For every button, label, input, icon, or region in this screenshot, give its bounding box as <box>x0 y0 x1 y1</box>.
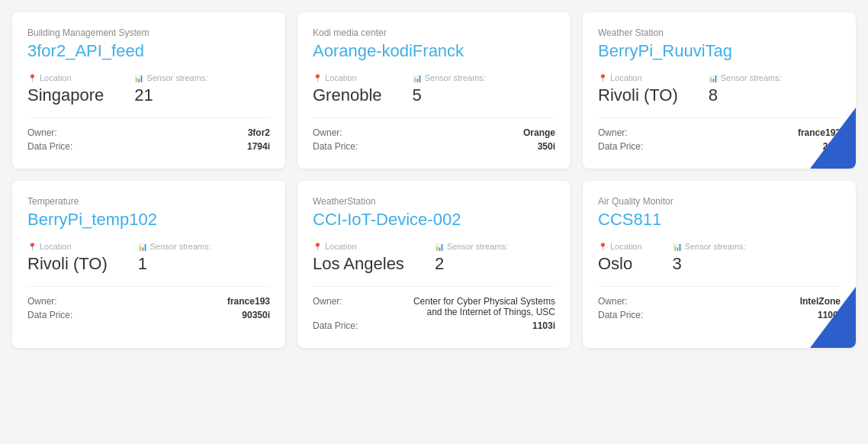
card-meta: Owner: IntelZone Data Price: 1100i <box>598 286 841 322</box>
card-meta: Owner: Orange Data Price: 350i <box>313 117 555 153</box>
sensor-label: 📊 Sensor streams: <box>673 242 746 251</box>
sensor-value: 1 <box>138 254 211 274</box>
price-row: Data Price: 350i <box>313 140 555 153</box>
location-stat: 📍 Location Los Angeles <box>313 242 404 274</box>
device-card[interactable]: Temperature BerryPi_temp102 📍 Location R… <box>12 181 285 348</box>
card-title[interactable]: CCI-IoT-Device-002 <box>313 210 555 230</box>
card-stats: 📍 Location Grenoble 📊 Sensor streams: 5 <box>313 73 555 105</box>
location-value: Los Angeles <box>313 254 404 274</box>
cards-grid: Building Management System 3for2_API_fee… <box>12 12 856 348</box>
location-icon: 📍 <box>313 243 322 251</box>
location-label: 📍 Location <box>313 73 382 82</box>
location-stat: 📍 Location Oslo <box>598 242 642 274</box>
device-card[interactable]: Weather Station BerryPi_RuuviTag 📍 Locat… <box>583 12 856 169</box>
sensor-icon: 📊 <box>435 243 444 251</box>
card-meta: Owner: Center for Cyber Physical Systems… <box>313 286 555 333</box>
card-title[interactable]: CCS811 <box>598 210 841 230</box>
location-label: 📍 Location <box>313 242 404 251</box>
card-category: WeatherStation <box>313 196 555 207</box>
price-row: Data Price: 1100i <box>598 308 841 322</box>
location-label: 📍 Location <box>27 242 108 251</box>
card-category: Building Management System <box>27 27 270 38</box>
price-row: Data Price: 295i <box>598 140 841 153</box>
location-value: Rivoli (TO) <box>27 254 108 274</box>
sensor-icon: 📊 <box>413 74 422 82</box>
price-value: 350i <box>538 141 555 152</box>
card-stats: 📍 Location Singapore 📊 Sensor streams: 2… <box>27 73 270 105</box>
location-value: Singapore <box>27 85 104 105</box>
price-label: Data Price: <box>27 141 72 152</box>
card-category: Kodi media center <box>313 27 555 38</box>
device-card[interactable]: Air Quality Monitor CCS811 📍 Location Os… <box>583 181 856 348</box>
sensor-value: 21 <box>134 85 207 105</box>
sensor-label: 📊 Sensor streams: <box>138 242 211 251</box>
sensor-label: 📊 Sensor streams: <box>134 73 207 82</box>
owner-label: Owner: <box>598 127 628 138</box>
card-title[interactable]: Aorange-kodiFranck <box>313 41 555 61</box>
price-row: Data Price: 1103i <box>313 319 555 333</box>
price-label: Data Price: <box>313 141 358 152</box>
owner-row: Owner: IntelZone <box>598 294 841 308</box>
location-icon: 📍 <box>27 243 37 251</box>
sensor-label: 📊 Sensor streams: <box>435 242 508 251</box>
location-label: 📍 Location <box>598 73 678 82</box>
sensor-icon: 📊 <box>673 243 682 251</box>
sensor-stat: 📊 Sensor streams: 8 <box>709 73 782 105</box>
location-icon: 📍 <box>598 243 607 251</box>
card-stats: 📍 Location Oslo 📊 Sensor streams: 3 <box>598 242 841 274</box>
card-stats: 📍 Location Rivoli (TO) 📊 Sensor streams:… <box>27 242 270 274</box>
owner-label: Owner: <box>313 127 342 138</box>
sensor-stat: 📊 Sensor streams: 21 <box>134 73 207 105</box>
owner-value: IntelZone <box>800 296 841 307</box>
card-title[interactable]: 3for2_API_feed <box>27 41 270 61</box>
owner-label: Owner: <box>313 296 342 317</box>
price-label: Data Price: <box>313 320 358 331</box>
device-card[interactable]: Kodi media center Aorange-kodiFranck 📍 L… <box>297 12 571 169</box>
location-icon: 📍 <box>27 74 37 82</box>
owner-row: Owner: Center for Cyber Physical Systems… <box>313 294 555 319</box>
owner-value: Center for Cyber Physical Systems and th… <box>403 296 555 317</box>
sensor-label: 📊 Sensor streams: <box>413 73 486 82</box>
card-meta: Owner: france193 Data Price: 90350i <box>27 286 270 322</box>
owner-row: Owner: 3for2 <box>27 126 270 140</box>
device-card[interactable]: Building Management System 3for2_API_fee… <box>12 12 285 169</box>
price-label: Data Price: <box>598 310 643 320</box>
device-card[interactable]: WeatherStation CCI-IoT-Device-002 📍 Loca… <box>297 181 571 348</box>
location-stat: 📍 Location Grenoble <box>313 73 382 105</box>
owner-label: Owner: <box>27 296 57 307</box>
owner-value: Orange <box>523 127 555 138</box>
location-stat: 📍 Location Singapore <box>27 73 104 105</box>
owner-value: france193 <box>227 296 270 307</box>
location-value: Rivoli (TO) <box>598 85 678 105</box>
location-label: 📍 Location <box>27 73 104 82</box>
card-title[interactable]: BerryPi_RuuviTag <box>598 41 841 61</box>
card-title[interactable]: BerryPi_temp102 <box>27 210 270 230</box>
location-value: Oslo <box>598 254 642 274</box>
location-stat: 📍 Location Rivoli (TO) <box>27 242 108 274</box>
owner-label: Owner: <box>598 296 628 307</box>
price-label: Data Price: <box>598 141 643 152</box>
sensor-icon: 📊 <box>138 243 147 251</box>
sensor-stat: 📊 Sensor streams: 3 <box>673 242 746 274</box>
owner-value: 3for2 <box>248 127 270 138</box>
price-value: 90350i <box>242 310 270 320</box>
price-label: Data Price: <box>27 310 72 320</box>
location-icon: 📍 <box>598 74 607 82</box>
owner-row: Owner: Orange <box>313 126 555 140</box>
owner-row: Owner: france193 <box>598 126 841 140</box>
price-row: Data Price: 90350i <box>27 308 270 322</box>
card-meta: Owner: france193 Data Price: 295i <box>598 117 841 153</box>
sensor-stat: 📊 Sensor streams: 2 <box>435 242 508 274</box>
sensor-stat: 📊 Sensor streams: 1 <box>138 242 211 274</box>
card-stats: 📍 Location Rivoli (TO) 📊 Sensor streams:… <box>598 73 841 105</box>
location-icon: 📍 <box>313 74 322 82</box>
card-category: Temperature <box>27 196 270 207</box>
location-label: 📍 Location <box>598 242 642 251</box>
location-stat: 📍 Location Rivoli (TO) <box>598 73 678 105</box>
card-category: Air Quality Monitor <box>598 196 841 207</box>
card-stats: 📍 Location Los Angeles 📊 Sensor streams:… <box>313 242 555 274</box>
sensor-value: 2 <box>435 254 508 274</box>
sensor-icon: 📊 <box>134 74 143 82</box>
sensor-value: 8 <box>709 85 782 105</box>
price-row: Data Price: 1794i <box>27 140 270 153</box>
